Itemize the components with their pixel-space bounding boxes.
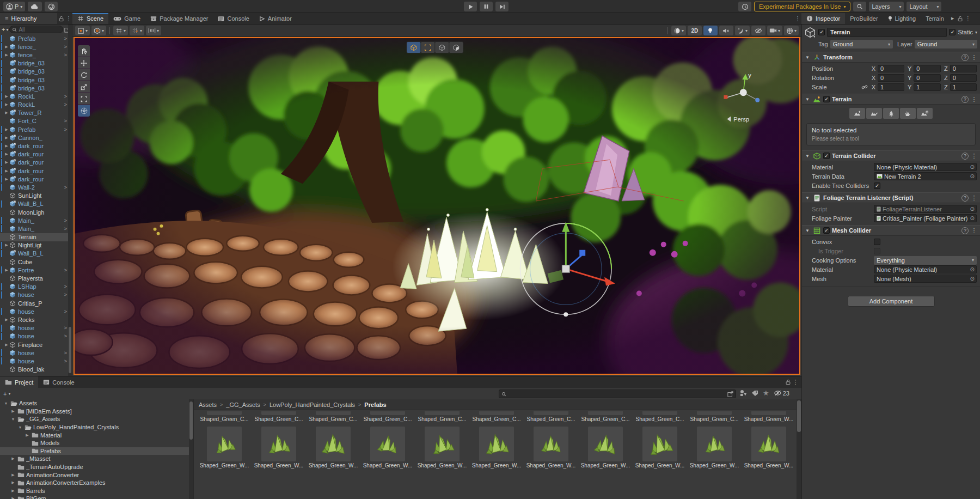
- asset-item[interactable]: Shaped_Green_C...: [687, 410, 742, 422]
- pause-button[interactable]: [480, 2, 493, 11]
- paint-trees-button[interactable]: [883, 108, 899, 119]
- add-component-button[interactable]: Add Component: [848, 296, 935, 307]
- kebab-menu-icon[interactable]: ⋮: [964, 13, 972, 24]
- asset-item[interactable]: Shaped_Green_W...: [578, 425, 633, 468]
- hierarchy-item[interactable]: ▶dark_rour: [0, 159, 68, 167]
- rect-select-tool-button[interactable]: [421, 42, 434, 53]
- prefab-chevron-icon[interactable]: >: [63, 52, 68, 58]
- scale-link-icon[interactable]: [861, 84, 868, 90]
- prefab-chevron-icon[interactable]: >: [63, 118, 68, 124]
- hierarchy-scrollbar[interactable]: [68, 25, 72, 376]
- kebab-menu-icon[interactable]: ⋮: [971, 96, 977, 103]
- create-object-button[interactable]: +: [2, 26, 5, 33]
- search-button[interactable]: [853, 2, 866, 11]
- hierarchy-item[interactable]: ▶RockL>: [0, 101, 68, 109]
- hierarchy-item[interactable]: MoonLigh: [0, 208, 68, 216]
- foldout-icon[interactable]: ▶: [4, 169, 9, 173]
- tab-package-manager[interactable]: Package Manager: [145, 13, 213, 24]
- static-checkbox[interactable]: ✓: [949, 29, 955, 35]
- account-button[interactable]: P ▾: [3, 2, 25, 11]
- object-picker-icon[interactable]: ⊙: [970, 266, 975, 272]
- scale-z-field[interactable]: 1: [950, 83, 977, 91]
- asset-item[interactable]: Shaped_Green_W...: [197, 425, 252, 468]
- tag-dropdown[interactable]: Ground▾: [830, 40, 893, 48]
- scale-y-field[interactable]: 1: [914, 83, 940, 91]
- hierarchy-item[interactable]: house>: [0, 291, 68, 299]
- terrain-settings-button[interactable]: [917, 108, 933, 119]
- lock-icon[interactable]: [784, 376, 792, 388]
- object-picker-icon[interactable]: ⊙: [970, 164, 975, 170]
- tab-console[interactable]: Console: [38, 376, 79, 388]
- hierarchy-item[interactable]: SunLight: [0, 192, 68, 200]
- plastic-scm-button[interactable]: [45, 2, 58, 11]
- foldout-icon[interactable]: ▼: [805, 97, 810, 102]
- hierarchy-item[interactable]: Playersta: [0, 274, 68, 282]
- prefab-chevron-icon[interactable]: >: [63, 44, 68, 50]
- hierarchy-item[interactable]: house>: [0, 307, 68, 315]
- foldout-icon[interactable]: ▶: [10, 489, 16, 493]
- prefab-chevron-icon[interactable]: >: [63, 267, 68, 273]
- foldout-icon[interactable]: ▶: [4, 160, 9, 165]
- foldout-icon[interactable]: ▼: [10, 417, 16, 421]
- wire-cube-tool-button[interactable]: [435, 42, 449, 53]
- mesh-field[interactable]: None (Mesh)⊙: [874, 275, 977, 283]
- project-tree-item[interactable]: ▼Assets: [0, 399, 193, 407]
- object-picker-icon[interactable]: ⊙: [970, 206, 975, 212]
- mesh-material-field[interactable]: None (Physic Material)⊙: [874, 265, 977, 273]
- hierarchy-item[interactable]: ▶Prefab>: [0, 125, 68, 133]
- asset-item[interactable]: Shaped_Green_W...: [360, 425, 415, 468]
- terrain-data-field[interactable]: New Terrain 2⊙: [874, 172, 977, 180]
- breadcrumb-item[interactable]: Prefabs: [364, 401, 386, 408]
- hierarchy-item[interactable]: house>: [0, 357, 68, 365]
- scale-x-field[interactable]: 1: [878, 83, 904, 91]
- prefab-chevron-icon[interactable]: >: [63, 218, 68, 223]
- position-x-field[interactable]: 0: [878, 65, 904, 72]
- tool-handle-position-dropdown[interactable]: ▾: [75, 26, 90, 35]
- hierarchy-item[interactable]: ▶fence_>: [0, 51, 68, 59]
- asset-item[interactable]: Shaped_Green_W...: [306, 425, 360, 468]
- hierarchy-item[interactable]: ▶Cannon_: [0, 133, 68, 142]
- 2d-toggle-button[interactable]: 2D: [688, 26, 702, 35]
- asset-item[interactable]: Shaped_Green_W...: [742, 410, 795, 422]
- position-y-field[interactable]: 0: [914, 65, 940, 72]
- chevron-down-icon[interactable]: ▾: [8, 391, 10, 396]
- project-search-input[interactable]: [508, 391, 726, 397]
- asset-item[interactable]: Shaped_Green_C...: [524, 410, 578, 422]
- rotation-z-field[interactable]: 0: [950, 74, 977, 82]
- grid-snapping-dropdown[interactable]: ▾: [130, 26, 144, 35]
- create-asset-button[interactable]: +: [3, 391, 7, 397]
- foldout-icon[interactable]: ▼: [3, 401, 9, 405]
- foldout-icon[interactable]: ▼: [805, 228, 810, 233]
- foldout-icon[interactable]: ▶: [4, 136, 9, 140]
- help-icon[interactable]: ?: [961, 54, 969, 61]
- view-hand-tool-button[interactable]: [78, 45, 90, 57]
- pivot-cube-tool-button[interactable]: [407, 42, 420, 53]
- foldout-icon[interactable]: ▶: [4, 177, 9, 181]
- foldout-icon[interactable]: ▶: [4, 318, 9, 322]
- prefab-chevron-icon[interactable]: >: [63, 358, 68, 364]
- project-tree-item[interactable]: ▶AnimationConverterExamples: [0, 479, 193, 487]
- hierarchy-item[interactable]: ▶dark_rour: [0, 167, 68, 175]
- snap-increment-dropdown[interactable]: ▾: [146, 26, 161, 35]
- asset-item[interactable]: Shaped_Green_C...: [197, 410, 252, 422]
- lock-icon[interactable]: [957, 13, 964, 24]
- hierarchy-item[interactable]: ▶Fireplace: [0, 340, 68, 349]
- kebab-menu-icon[interactable]: ⋮: [794, 13, 801, 24]
- tab-scene[interactable]: Scene: [72, 13, 108, 24]
- asset-item[interactable]: Shaped_Green_W...: [415, 425, 469, 468]
- breadcrumb-item[interactable]: LowPoly_HandPainted_Crystals: [270, 401, 355, 408]
- asset-item[interactable]: Shaped_Green_C...: [252, 410, 306, 422]
- convex-checkbox[interactable]: [874, 239, 880, 245]
- paint-terrain-button[interactable]: [866, 108, 882, 119]
- asset-item[interactable]: Shaped_Green_C...: [360, 410, 415, 422]
- asset-store-icon[interactable]: [739, 390, 747, 397]
- project-tree-item[interactable]: Models: [0, 439, 193, 447]
- foldout-icon[interactable]: ▼: [17, 425, 23, 429]
- asset-item[interactable]: Shaped_Green_C...: [306, 410, 360, 422]
- transform-tool-button[interactable]: [78, 105, 90, 117]
- hierarchy-item[interactable]: ▶Tower_R: [0, 109, 68, 117]
- label-tag-icon[interactable]: [751, 390, 758, 397]
- prefab-chevron-icon[interactable]: >: [63, 127, 68, 132]
- prefab-chevron-icon[interactable]: >: [63, 292, 68, 297]
- asset-item[interactable]: Shaped_Green_C...: [633, 410, 687, 422]
